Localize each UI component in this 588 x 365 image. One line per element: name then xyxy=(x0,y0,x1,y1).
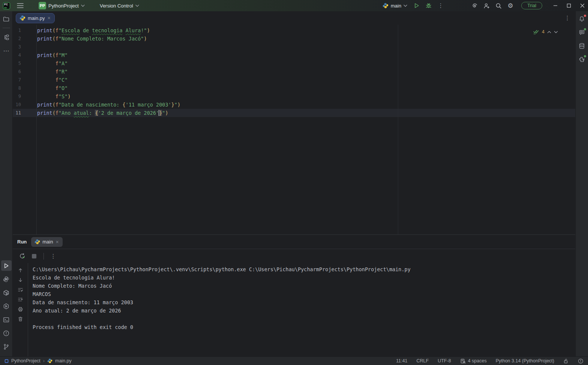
chevron-down-icon xyxy=(81,5,85,7)
project-tool-icon[interactable] xyxy=(1,14,12,24)
code-line[interactable]: 10print(f"Data de nascimento: {'11 março… xyxy=(13,101,575,109)
project-widget[interactable]: PP PythonProject xyxy=(36,1,87,11)
python-console-tool-icon[interactable] xyxy=(1,274,12,284)
code-line[interactable]: 9 f"S") xyxy=(13,92,575,101)
run-button[interactable] xyxy=(412,1,422,11)
right-tool-strip xyxy=(575,11,588,356)
chevron-down-icon xyxy=(404,5,407,7)
python-packages-tool-icon[interactable] xyxy=(1,287,12,298)
breadcrumb-separator: › xyxy=(43,358,45,363)
window-mode-icon[interactable] xyxy=(4,359,9,363)
tab-close-icon[interactable]: × xyxy=(47,15,51,21)
code-line[interactable]: 3 xyxy=(13,43,575,51)
plugin-status-badge xyxy=(584,55,586,57)
more-tool-windows-icon[interactable]: ⋯ xyxy=(1,45,12,56)
editor-tab-bar: main.py × ⋮ xyxy=(13,11,575,25)
code-line[interactable]: 4print(f"M" xyxy=(13,51,575,59)
next-problem-icon[interactable] xyxy=(554,31,558,33)
soft-wrap-icon[interactable] xyxy=(16,285,25,294)
pycharm-window: PC PP PythonProject Version Control xyxy=(0,0,588,365)
plugins-tool-icon[interactable] xyxy=(577,54,587,65)
run-options-icon[interactable]: ⋮ xyxy=(48,251,58,261)
inspections-widget[interactable]: 4 xyxy=(533,28,558,36)
vcs-widget[interactable]: Version Control xyxy=(98,2,141,10)
ai-assistant-promo-icon[interactable] xyxy=(470,1,479,11)
run-tab-label: main xyxy=(42,239,53,245)
caret-position-widget[interactable]: 11:41 xyxy=(396,358,407,363)
project-badge: PP xyxy=(39,2,46,9)
indent-widget[interactable]: 4 spaces xyxy=(460,358,487,364)
strip-divider xyxy=(3,28,10,28)
code-line[interactable]: 1print(f"Escola de tecnologia Alura!") xyxy=(13,26,575,35)
stop-button[interactable] xyxy=(29,251,39,261)
ai-assistant-tool-icon[interactable] xyxy=(577,27,587,38)
indent-detect-icon xyxy=(460,358,466,364)
encoding-widget[interactable]: UTF-8 xyxy=(438,358,451,363)
console-toolbar xyxy=(13,263,28,356)
toolbar-divider xyxy=(44,253,44,260)
rerun-button[interactable] xyxy=(17,251,27,261)
trial-badge[interactable]: Trial xyxy=(521,2,542,9)
run-tab-main[interactable]: main × xyxy=(31,237,62,247)
run-config-name: main xyxy=(391,3,401,9)
notification-badge xyxy=(584,15,586,17)
version-control-tool-icon[interactable] xyxy=(1,341,12,352)
run-tool-window-button[interactable] xyxy=(1,260,12,271)
warning-count: 4 xyxy=(542,28,544,36)
down-stacktrace-icon[interactable] xyxy=(16,275,25,284)
chevron-down-icon xyxy=(135,5,139,7)
problems-tool-icon[interactable] xyxy=(1,328,12,338)
code-line[interactable]: 5 f"A" xyxy=(13,59,575,68)
code-line[interactable]: 6 f"R" xyxy=(13,68,575,76)
error-indicator-icon[interactable] xyxy=(578,358,584,364)
left-tool-strip: ⋯ xyxy=(0,11,13,356)
settings-gear-icon[interactable]: ⚙ xyxy=(506,1,515,11)
window-maximize-button[interactable] xyxy=(563,1,574,11)
breadcrumb-file[interactable]: main.py xyxy=(55,358,72,363)
run-toolbar: ⋮ xyxy=(13,249,575,263)
database-tool-icon[interactable] xyxy=(577,41,587,51)
more-actions-icon[interactable]: ⋮ xyxy=(436,1,446,11)
ai-status-badge xyxy=(584,28,586,30)
python-icon xyxy=(20,15,26,21)
previous-problem-icon[interactable] xyxy=(547,31,551,33)
unlocked-icon[interactable] xyxy=(563,358,569,364)
editor-tab-main-py[interactable]: main.py × xyxy=(16,13,55,23)
python-icon xyxy=(47,358,52,363)
code-with-me-icon[interactable] xyxy=(482,1,491,11)
gutter-separator xyxy=(36,25,37,234)
terminal-tool-icon[interactable] xyxy=(1,314,12,325)
debug-button[interactable] xyxy=(424,1,434,11)
project-name: PythonProject xyxy=(48,3,79,9)
code-line[interactable]: 8 f"O" xyxy=(13,84,575,92)
status-bar: PythonProject › main.py 11:41 CRLF UTF-8… xyxy=(0,356,588,365)
window-minimize-button[interactable] xyxy=(550,1,561,11)
hamburger-menu-icon[interactable] xyxy=(15,1,25,11)
window-close-button[interactable] xyxy=(577,1,588,11)
hard-wrap-guide xyxy=(398,25,398,234)
tab-options-icon[interactable]: ⋮ xyxy=(562,13,572,23)
notifications-bell-icon[interactable] xyxy=(577,14,587,24)
code-line[interactable]: 7 f"C" xyxy=(13,76,575,84)
python-icon xyxy=(34,239,40,245)
title-bar: PC PP PythonProject Version Control xyxy=(0,0,588,11)
structure-tool-icon[interactable] xyxy=(1,32,12,42)
print-icon[interactable] xyxy=(16,305,25,314)
code-editor[interactable]: 1print(f"Escola de tecnologia Alura!")2p… xyxy=(13,25,575,234)
code-line[interactable]: 11print(f"Ano atual: {'2 de março de 202… xyxy=(13,109,575,117)
line-separator-widget[interactable]: CRLF xyxy=(417,358,429,363)
interpreter-widget[interactable]: Python 3.14 (PythonProject) xyxy=(496,358,554,363)
code-line[interactable]: 2print(f"Nome Completo: Marcos Jacó") xyxy=(13,35,575,43)
run-configuration-selector[interactable]: main xyxy=(380,2,410,9)
scroll-to-end-icon[interactable] xyxy=(16,295,25,304)
inspections-ok-icon xyxy=(533,29,539,35)
clear-all-icon[interactable] xyxy=(16,314,25,323)
up-stacktrace-icon[interactable] xyxy=(16,266,25,275)
tab-close-icon[interactable]: × xyxy=(55,239,59,245)
run-tool-window: Run main × ⋮ xyxy=(13,234,575,356)
tab-label: main.py xyxy=(28,15,45,21)
console-output[interactable]: C:\Users\Pichau\PycharmProjects\PythonPr… xyxy=(28,263,575,356)
services-tool-icon[interactable] xyxy=(1,301,12,311)
search-everywhere-icon[interactable] xyxy=(494,1,503,11)
breadcrumb-project[interactable]: PythonProject xyxy=(11,358,40,363)
